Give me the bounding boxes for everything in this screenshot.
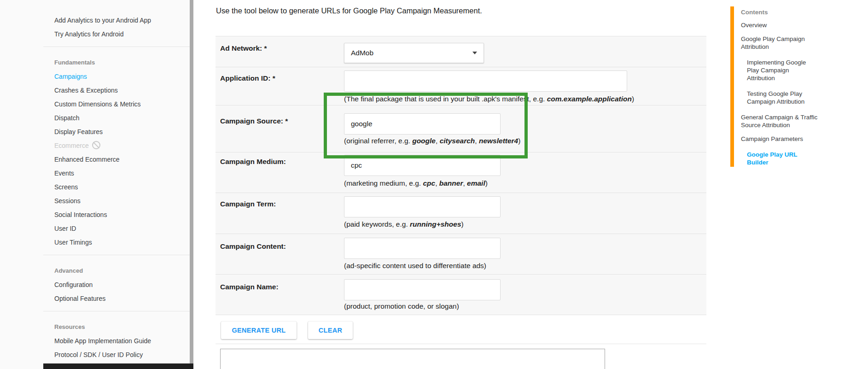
field-hint-campaign-term: (paid keywords, e.g. running+shoes) [344,220,464,228]
campaign-medium-input[interactable] [344,155,501,176]
sidebar-item-add-analytics-to-your-android-app[interactable]: Add Analytics to your Android App [0,13,190,27]
sidebar-item-enhanced-ecommerce[interactable]: Enhanced Ecommerce [0,152,190,166]
field-hint-campaign-source: (original referrer, e.g. google, citysea… [344,137,520,145]
contents-item-implementing-google-play-campaign-attribution[interactable]: Implementing Google Play Campaign Attrib… [747,59,817,82]
field-hint-campaign-name: (product, promotion code, or slogan) [344,302,459,310]
application-id-input[interactable] [344,70,627,92]
sidebar-item-sessions[interactable]: Sessions [0,194,190,208]
contents-orange-bar [730,6,734,167]
hint-text: , [475,137,479,145]
sidebar-item-label: Events [54,170,74,177]
hint-example-text: citysearch [440,137,475,145]
form-row-campaign-source: Campaign Source: *(original referrer, e.… [216,105,706,152]
sidebar-item-dispatch[interactable]: Dispatch [0,111,190,125]
sidebar-item-label: Campaigns [54,73,87,80]
sidebar-section-header-resources: Resources [0,320,190,334]
sidebar-nav: Add Analytics to your Android AppTry Ana… [0,0,190,362]
clear-button[interactable]: CLEAR [308,322,353,339]
sidebar-divider [43,311,190,311]
sidebar-item-optional-features[interactable]: Optional Features [0,292,190,305]
generated-url-output[interactable] [220,349,605,369]
field-hint-campaign-medium: (marketing medium, e.g. cpc, banner, ema… [344,179,488,187]
hint-text: (marketing medium, e.g. [344,179,423,187]
sidebar-section-header-advanced: Advanced [0,264,190,278]
page: Add Analytics to your Android AppTry Ana… [0,0,868,369]
sidebar-item-label: Enhanced Ecommerce [54,156,120,163]
sidebar-item-label: Social Interactions [54,211,107,218]
sidebar-item-display-features[interactable]: Display Features [0,125,190,139]
field-label-campaign-term: Campaign Term: [220,200,276,208]
contents-list: Contents OverviewGoogle Play Campaign At… [741,8,826,174]
hint-text: (ad-specific content used to differentia… [344,262,486,269]
campaign-name-input[interactable] [344,279,501,300]
campaign-term-input[interactable] [344,196,501,217]
left-sidebar: Add Analytics to your Android AppTry Ana… [0,0,190,369]
sidebar-item-user-timings[interactable]: User Timings [0,235,190,249]
sidebar-item-mobile-app-implementation-guide[interactable]: Mobile App Implementation Guide [0,334,190,348]
sidebar-item-label: Crashes & Exceptions [54,87,118,94]
field-label-campaign-name: Campaign Name: [220,283,279,291]
sidebar-item-protocol-sdk-user-id-policy[interactable]: Protocol / SDK / User ID Policy [0,348,190,362]
ad-network-select[interactable]: AdMob [344,43,484,63]
sidebar-item-label: User Timings [54,239,92,246]
campaign-content-input[interactable] [344,238,501,259]
contents-item-general-campaign-traffic-source-attribution[interactable]: General Campaign & Traffic Source Attrib… [741,113,820,129]
sidebar-item-label: User ID [54,225,76,232]
field-hint-application-id: (The final package that is used in your … [344,95,634,103]
form-row-ad-network: Ad Network: *AdMob [216,36,706,67]
hint-example-text: newsletter4 [479,137,518,145]
sidebar-item-user-id[interactable]: User ID [0,222,190,235]
sidebar-item-ecommerce: Ecommerce [0,139,190,152]
field-label-ad-network: Ad Network: * [220,44,267,53]
field-label-application-id: Application ID: * [220,74,275,82]
field-label-campaign-content: Campaign Content: [220,242,286,251]
contents-item-campaign-parameters[interactable]: Campaign Parameters [741,135,820,143]
hint-example-text: banner [439,179,463,187]
hint-text: (paid keywords, e.g. [344,220,410,228]
sidebar-item-label: Custom Dimensions & Metrics [54,100,141,108]
form-row-campaign-content: Campaign Content:(ad-specific content us… [216,234,706,275]
sidebar-item-screens[interactable]: Screens [0,180,190,194]
sidebar-item-custom-dimensions-metrics[interactable]: Custom Dimensions & Metrics [0,97,190,111]
contents-item-google-play-url-builder[interactable]: Google Play URL Builder [747,151,817,166]
sidebar-item-crashes-exceptions[interactable]: Crashes & Exceptions [0,83,190,97]
hint-example-text: running+shoes [410,220,461,228]
sidebar-scrollbar[interactable] [190,0,193,363]
sidebar-item-campaigns[interactable]: Campaigns [0,70,190,83]
prohibited-icon [92,141,100,149]
hint-example-text: cpc [423,179,435,187]
sidebar-item-try-analytics-for-android[interactable]: Try Analytics for Android [0,27,190,41]
contents-item-testing-google-play-campaign-attribution[interactable]: Testing Google Play Campaign Attribution [747,90,817,105]
generate-url-button[interactable]: GENERATE URL [221,322,297,339]
sidebar-item-label: Display Features [54,128,103,135]
sidebar-item-label: Add Analytics to your Android App [54,17,151,24]
form-row-campaign-term: Campaign Term:(paid keywords, e.g. runni… [216,193,706,234]
hint-example-text: com.example.application [547,95,632,103]
sidebar-item-events[interactable]: Events [0,166,190,180]
intro-text: Use the tool below to generate URLs for … [216,6,482,15]
ad-network-selected-value: AdMob [351,49,373,57]
sidebar-item-label: Optional Features [54,295,105,302]
form-rows: Ad Network: *AdMobApplication ID: *(The … [216,36,706,315]
field-label-campaign-medium: Campaign Medium: [220,158,286,166]
form-buttons-row: GENERATE URL CLEAR [216,315,706,344]
contents-item-google-play-campaign-attribution[interactable]: Google Play Campaign Attribution [741,35,820,51]
sidebar-divider [43,47,190,47]
hint-text: ) [461,220,464,228]
sidebar-bottom-bar [43,363,193,369]
field-label-campaign-source: Campaign Source: * [220,117,288,125]
sidebar-item-label: Configuration [54,281,93,288]
sidebar-divider [43,255,190,255]
contents-heading: Contents [741,8,826,16]
sidebar-item-label: Try Analytics for Android [54,30,123,38]
sidebar-item-label: Mobile App Implementation Guide [54,337,151,345]
hint-text: , [463,179,467,187]
sidebar-item-label: Sessions [54,197,81,205]
hint-text: ) [518,137,520,145]
contents-item-overview[interactable]: Overview [741,21,820,29]
hint-text: ) [485,179,488,187]
sidebar-item-social-interactions[interactable]: Social Interactions [0,208,190,222]
campaign-source-input[interactable] [344,113,501,135]
sidebar-item-configuration[interactable]: Configuration [0,278,190,292]
sidebar-item-label: Screens [54,183,78,191]
